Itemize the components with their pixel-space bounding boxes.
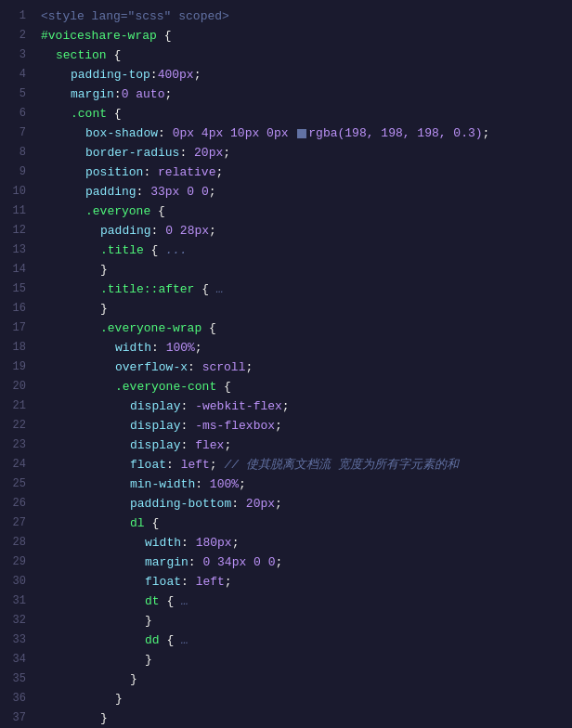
code-line: 24float: left; // 使其脱离文档流 宽度为所有字元素的和 (0, 456, 572, 475)
code-line: 18width: 100%; (0, 339, 572, 358)
token: ; (483, 126, 490, 140)
code-line: 34} (0, 651, 572, 670)
code-line: 32} (0, 612, 572, 631)
token: … (216, 282, 224, 296)
code-line: 9position: relative; (0, 163, 572, 183)
token: … (181, 594, 188, 608)
token: : (231, 497, 246, 511)
token: { (209, 321, 216, 335)
token: { (202, 282, 216, 296)
code-content: } (41, 709, 565, 728)
token: rgba(198, 198, 198, 0.3) (308, 126, 482, 140)
token (194, 185, 202, 199)
code-line: 23display: flex; (0, 436, 572, 456)
token: { (113, 48, 121, 62)
token: ; (210, 458, 225, 472)
code-content: padding: 0 28px; (41, 222, 565, 241)
token: } (100, 302, 108, 316)
token: { (164, 29, 172, 43)
token: dt (145, 594, 166, 608)
token: : (166, 458, 181, 472)
token: } (100, 711, 108, 725)
token: overflow-x (115, 360, 188, 374)
token: 0 (187, 185, 194, 199)
token: 20px (246, 497, 275, 511)
token: left (181, 458, 210, 472)
code-content: border-radius: 20px; (41, 144, 565, 163)
code-line: 8border-radius: 20px; (0, 144, 572, 163)
code-line: 26padding-bottom: 20px; (0, 495, 572, 514)
code-content: dl { (41, 514, 565, 534)
color-swatch-icon (297, 129, 306, 138)
token: dl (130, 516, 151, 530)
token: .everyone-cont (115, 380, 224, 394)
token: 0 (268, 555, 276, 569)
token: : (151, 224, 166, 238)
line-number: 18 (7, 339, 26, 357)
token: } (115, 692, 123, 706)
line-number: 27 (7, 514, 26, 532)
token: 28px (180, 224, 209, 238)
code-line: 1<style lang="scss" scoped> (0, 7, 572, 27)
code-content: position: relative; (41, 163, 565, 183)
code-line: 3section { (0, 46, 572, 66)
token: 0px (266, 126, 288, 140)
code-content: .title { ... (41, 241, 565, 261)
token: .title::after (100, 282, 202, 296)
line-number: 29 (7, 553, 26, 571)
token: ; (275, 419, 282, 433)
line-number: 26 (7, 495, 26, 513)
line-number: 14 (7, 261, 26, 279)
code-line: 33dd { … (0, 631, 572, 651)
code-line: 36} (0, 690, 572, 709)
token: .everyone (85, 204, 158, 218)
code-line: 31dt { … (0, 592, 572, 612)
token: } (145, 614, 152, 628)
code-line: 20.everyone-cont { (0, 378, 572, 397)
code-content: min-width: 100%; (41, 475, 565, 495)
line-number: 31 (7, 592, 26, 610)
code-content: dd { … (41, 631, 565, 651)
token: display (130, 438, 181, 452)
token: section (56, 48, 113, 62)
token: .title (100, 243, 151, 257)
token: ; (232, 536, 240, 550)
token: .cont (71, 107, 114, 121)
token: } (145, 653, 152, 667)
token: padding (85, 185, 136, 199)
line-number: 36 (7, 690, 26, 708)
token: : (181, 419, 196, 433)
token: : (136, 185, 151, 199)
token: padding-top (71, 68, 150, 82)
code-line: 29margin: 0 34px 0 0; (0, 553, 572, 573)
code-content: dt { … (41, 592, 565, 612)
token: padding-bottom (130, 497, 231, 511)
token: left (196, 575, 225, 589)
code-content: display: -ms-flexbox; (41, 417, 565, 436)
token (289, 126, 296, 140)
token: ; (245, 360, 253, 374)
code-content: width: 100%; (41, 339, 565, 358)
line-number: 30 (7, 573, 26, 591)
token: : (143, 165, 158, 179)
code-content: .cont { (41, 105, 565, 124)
token: : (181, 438, 196, 452)
line-number: 11 (7, 202, 26, 220)
token: min-width (130, 477, 195, 491)
code-content: <style lang="scss" scoped> (41, 7, 565, 27)
token: { (224, 380, 231, 394)
token: ; (209, 224, 216, 238)
token: width (145, 536, 181, 550)
token: : (151, 341, 166, 355)
code-content: float: left; (41, 573, 565, 592)
code-line: 12padding: 0 28px; (0, 222, 572, 241)
token: ; (223, 146, 230, 160)
token (246, 555, 254, 569)
token: ; (275, 497, 282, 511)
token: ; (224, 438, 231, 452)
code-content: overflow-x: scroll; (41, 358, 565, 378)
token: 100% (166, 341, 195, 355)
token: } (100, 263, 108, 277)
token: ; (239, 477, 246, 491)
token: float (130, 458, 166, 472)
